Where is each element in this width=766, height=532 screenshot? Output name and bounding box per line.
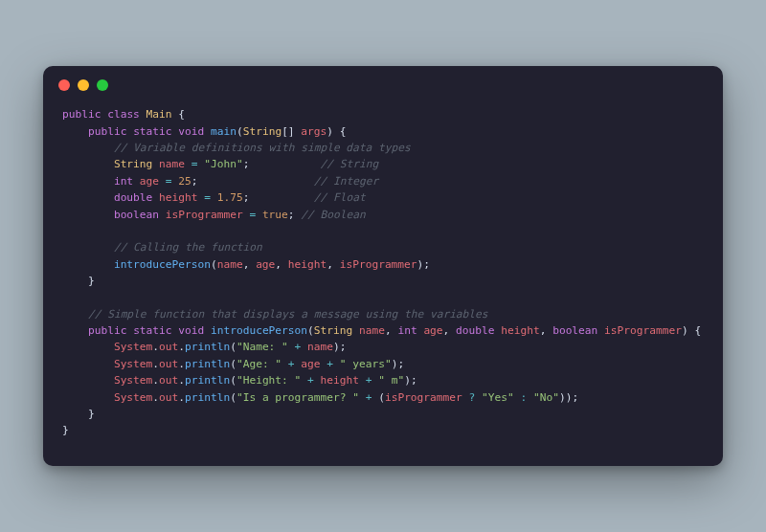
kw-public: public (62, 108, 101, 121)
zoom-icon[interactable] (97, 79, 108, 91)
code-block: public class Main { public static void m… (43, 95, 723, 465)
fn-introduce: introducePerson (211, 324, 307, 337)
comment: // Variable definitions with simple data… (114, 142, 411, 154)
minimize-icon[interactable] (78, 79, 89, 91)
comment: // Calling the function (114, 241, 262, 254)
fn-call: introducePerson (114, 258, 211, 271)
class-main: Main (146, 108, 172, 121)
kw-class: class (107, 108, 140, 121)
code-window: public class Main { public static void m… (43, 66, 723, 465)
comment: // Simple function that displays a messa… (88, 308, 488, 321)
close-icon[interactable] (58, 79, 70, 91)
window-titlebar (43, 66, 723, 95)
fn-main: main (211, 125, 237, 138)
